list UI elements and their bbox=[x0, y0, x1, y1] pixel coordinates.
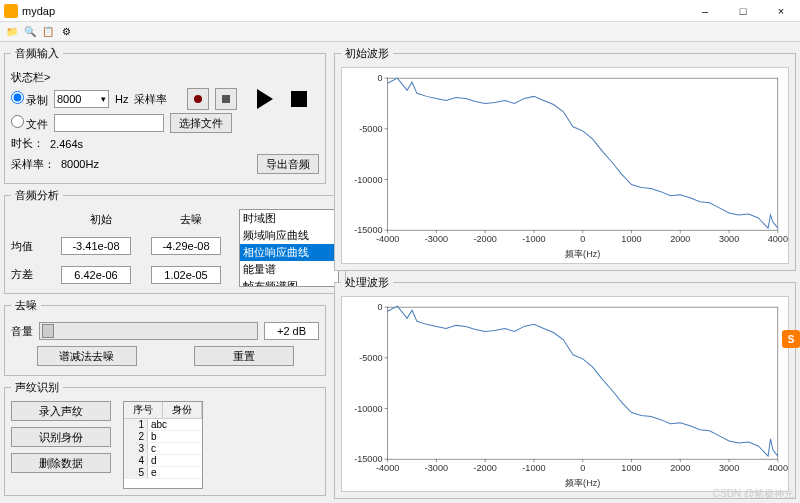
svg-text:-5000: -5000 bbox=[359, 352, 382, 362]
denoise-legend: 去噪 bbox=[11, 298, 41, 313]
list-item[interactable]: 频域响应曲线 bbox=[240, 227, 338, 244]
svg-text:-2000: -2000 bbox=[474, 463, 497, 473]
chart1-legend: 初始波形 bbox=[341, 46, 393, 61]
recognition-legend: 声纹识别 bbox=[11, 380, 63, 395]
sr-label: 采样率 bbox=[134, 92, 167, 107]
reset-button[interactable]: 重置 bbox=[194, 346, 294, 366]
export-button[interactable]: 导出音频 bbox=[257, 154, 319, 174]
svg-text:1000: 1000 bbox=[621, 463, 641, 473]
svg-text:0: 0 bbox=[580, 234, 585, 244]
svg-text:-15000: -15000 bbox=[354, 454, 382, 464]
file-input[interactable] bbox=[54, 114, 164, 132]
record-button[interactable] bbox=[187, 88, 209, 110]
table-row[interactable]: 4d bbox=[124, 455, 202, 467]
titlebar: mydap – □ × bbox=[0, 0, 800, 22]
duration-label: 时长： bbox=[11, 136, 44, 151]
tool-icon-1[interactable]: 📁 bbox=[4, 24, 20, 40]
chart2-legend: 处理波形 bbox=[341, 275, 393, 290]
ime-icon[interactable]: S bbox=[782, 330, 800, 348]
svg-text:1000: 1000 bbox=[621, 234, 641, 244]
stop-rec-button[interactable] bbox=[215, 88, 237, 110]
mean-label: 均值 bbox=[11, 239, 51, 254]
choose-file-button[interactable]: 选择文件 bbox=[170, 113, 232, 133]
table-row[interactable]: 3c bbox=[124, 443, 202, 455]
svg-text:-4000: -4000 bbox=[376, 234, 399, 244]
duration-value: 2.464s bbox=[50, 138, 83, 150]
chart-initial: -4000-3000-2000-1000010002000300040000-5… bbox=[341, 67, 789, 264]
list-item[interactable]: 帧布频谱图 bbox=[240, 278, 338, 287]
table-row[interactable]: 1abc bbox=[124, 419, 202, 431]
chart1-group: 初始波形 -4000-3000-2000-1000010002000300040… bbox=[334, 46, 796, 271]
svg-text:3000: 3000 bbox=[719, 234, 739, 244]
record-radio[interactable]: 录制 bbox=[11, 91, 48, 108]
svg-text:-3000: -3000 bbox=[425, 463, 448, 473]
var-initial[interactable] bbox=[61, 266, 131, 284]
svg-text:3000: 3000 bbox=[719, 463, 739, 473]
svg-text:-1000: -1000 bbox=[522, 463, 545, 473]
var-label: 方差 bbox=[11, 267, 51, 282]
volume-slider[interactable] bbox=[39, 322, 258, 340]
maximize-button[interactable]: □ bbox=[728, 5, 758, 17]
table-row[interactable]: 5e bbox=[124, 467, 202, 479]
svg-text:-2000: -2000 bbox=[474, 234, 497, 244]
samplerate-dropdown[interactable]: 8000 bbox=[54, 90, 109, 108]
svg-text:0: 0 bbox=[377, 73, 382, 83]
denoise-group: 去噪 音量 谱减法去噪 重置 bbox=[4, 298, 326, 376]
list-item[interactable]: 相位响应曲线 bbox=[240, 244, 338, 261]
svg-text:频率(Hz): 频率(Hz) bbox=[565, 249, 600, 259]
svg-text:0: 0 bbox=[377, 302, 382, 312]
list-item[interactable]: 能量谱 bbox=[240, 261, 338, 278]
svg-text:频率(Hz): 频率(Hz) bbox=[565, 477, 600, 487]
svg-text:4000: 4000 bbox=[768, 463, 788, 473]
tool-icon-3[interactable]: 📋 bbox=[40, 24, 56, 40]
plot-type-listbox[interactable]: 时域图频域响应曲线相位响应曲线能量谱帧布频谱图音压曲线 bbox=[239, 209, 339, 287]
audio-input-group: 音频输入 状态栏> 录制 8000 Hz 采样率 文件 选择文件 时长：2.46… bbox=[4, 46, 326, 184]
enroll-button[interactable]: 录入声纹 bbox=[11, 401, 111, 421]
analysis-legend: 音频分析 bbox=[11, 188, 63, 203]
identify-button[interactable]: 识别身份 bbox=[11, 427, 111, 447]
srate-label: 采样率： bbox=[11, 157, 55, 172]
recognition-group: 声纹识别 录入声纹 识别身份 删除数据 序号身份 1abc2b3c4d5e bbox=[4, 380, 326, 496]
svg-text:-3000: -3000 bbox=[425, 234, 448, 244]
chart2-group: 处理波形 -4000-3000-2000-1000010002000300040… bbox=[334, 275, 796, 500]
mean-denoised[interactable] bbox=[151, 237, 221, 255]
svg-text:-15000: -15000 bbox=[354, 225, 382, 235]
col-initial: 初始 bbox=[61, 212, 141, 227]
chart-processed: -4000-3000-2000-1000010002000300040000-5… bbox=[341, 296, 789, 493]
svg-text:2000: 2000 bbox=[670, 234, 690, 244]
toolbar: 📁 🔍 📋 ⚙ bbox=[0, 22, 800, 42]
srate-value: 8000Hz bbox=[61, 158, 99, 170]
svg-text:2000: 2000 bbox=[670, 463, 690, 473]
identity-table[interactable]: 序号身份 1abc2b3c4d5e bbox=[123, 401, 203, 489]
svg-text:-1000: -1000 bbox=[522, 234, 545, 244]
svg-text:-4000: -4000 bbox=[376, 463, 399, 473]
tool-icon-4[interactable]: ⚙ bbox=[58, 24, 74, 40]
svg-text:0: 0 bbox=[580, 463, 585, 473]
hz-label: Hz bbox=[115, 93, 128, 105]
svg-text:-10000: -10000 bbox=[354, 403, 382, 413]
window-title: mydap bbox=[22, 5, 690, 17]
watermark: CSDN @紫极神光 bbox=[713, 487, 794, 501]
tool-icon-2[interactable]: 🔍 bbox=[22, 24, 38, 40]
status-label: 状态栏> bbox=[11, 70, 50, 85]
analysis-group: 音频分析 初始 去噪 均值 方差 时域图频域响应曲线相位响应曲线能量谱帧布频谱图… bbox=[4, 188, 346, 294]
col-denoised: 去噪 bbox=[151, 212, 231, 227]
close-button[interactable]: × bbox=[766, 5, 796, 17]
app-icon bbox=[4, 4, 18, 18]
volume-value[interactable] bbox=[264, 322, 319, 340]
table-row[interactable]: 2b bbox=[124, 431, 202, 443]
volume-label: 音量 bbox=[11, 324, 33, 339]
stop-button[interactable] bbox=[291, 91, 307, 107]
file-radio[interactable]: 文件 bbox=[11, 115, 48, 132]
audio-input-legend: 音频输入 bbox=[11, 46, 63, 61]
play-button[interactable] bbox=[257, 89, 273, 109]
delete-button[interactable]: 删除数据 bbox=[11, 453, 111, 473]
denoise-method-button[interactable]: 谱减法去噪 bbox=[37, 346, 137, 366]
list-item[interactable]: 时域图 bbox=[240, 210, 338, 227]
minimize-button[interactable]: – bbox=[690, 5, 720, 17]
svg-text:-5000: -5000 bbox=[359, 124, 382, 134]
var-denoised[interactable] bbox=[151, 266, 221, 284]
mean-initial[interactable] bbox=[61, 237, 131, 255]
svg-text:4000: 4000 bbox=[768, 234, 788, 244]
svg-text:-10000: -10000 bbox=[354, 175, 382, 185]
